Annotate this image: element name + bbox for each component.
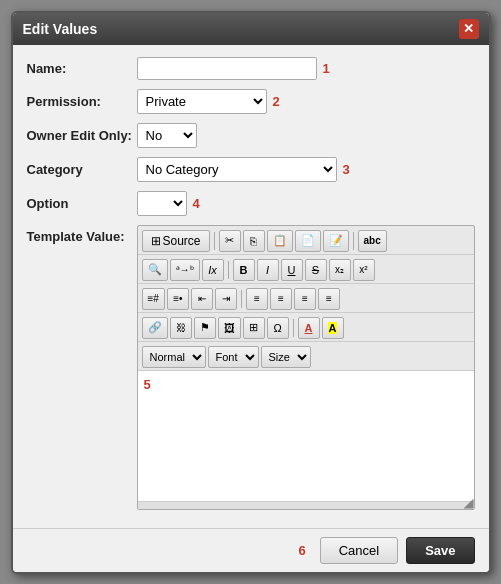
link-icon: 🔗: [148, 321, 162, 334]
option-row: Option 4: [27, 191, 475, 216]
search-button[interactable]: 🔍: [142, 259, 168, 281]
align-center-button[interactable]: ≡: [270, 288, 292, 310]
unlink-button[interactable]: ⛓: [170, 317, 192, 339]
table-icon: ⊞: [249, 321, 258, 334]
dialog-body: Name: 1 Permission: Private Public 2 Own…: [13, 45, 489, 528]
outdent-icon: ⇤: [198, 293, 206, 304]
superscript-icon: x²: [359, 264, 367, 275]
editor-container: ⊞ Source ✂ ⎘ 📋 📄 📝 abc: [137, 225, 475, 510]
spellcheck-icon: abc: [364, 235, 381, 246]
font-bg-button[interactable]: A: [322, 317, 344, 339]
owner-select[interactable]: No Yes: [137, 123, 197, 148]
dialog-title: Edit Values: [23, 21, 98, 37]
anchor-button[interactable]: ⚑: [194, 317, 216, 339]
name-label: Name:: [27, 61, 137, 76]
separator-1: [214, 232, 215, 250]
owner-row: Owner Edit Only: No Yes: [27, 123, 475, 148]
editor-content[interactable]: 5: [138, 371, 474, 501]
align-left-button[interactable]: ≡: [246, 288, 268, 310]
separator-2: [353, 232, 354, 250]
footer-number: 6: [298, 543, 305, 558]
superscript-button[interactable]: x²: [353, 259, 375, 281]
toolbar-section-2: 🔍 ᵃ→ᵇ Ix B I U S x₂ x²: [138, 255, 474, 284]
close-button[interactable]: ✕: [459, 19, 479, 39]
link-button[interactable]: 🔗: [142, 317, 168, 339]
separator-3: [228, 261, 229, 279]
editor-scrollbar[interactable]: [138, 501, 474, 509]
paste-button[interactable]: 📋: [267, 230, 293, 252]
cut-icon: ✂: [225, 234, 234, 247]
italic-button[interactable]: I: [257, 259, 279, 281]
search-icon: 🔍: [148, 263, 162, 276]
clear-format-button[interactable]: Ix: [202, 259, 224, 281]
category-number: 3: [343, 162, 350, 177]
source-icon: ⊞: [151, 234, 161, 248]
cut-button[interactable]: ✂: [219, 230, 241, 252]
option-number: 4: [193, 196, 200, 211]
paste-special-button[interactable]: 📄: [295, 230, 321, 252]
toolbar-row-3: ≡# ≡• ⇤ ⇥ ≡ ≡ ≡ ≡: [142, 288, 470, 310]
toolbar-row-1: ⊞ Source ✂ ⎘ 📋 📄 📝 abc: [142, 230, 470, 252]
toolbar-section-3: ≡# ≡• ⇤ ⇥ ≡ ≡ ≡ ≡: [138, 284, 474, 313]
table-button[interactable]: ⊞: [243, 317, 265, 339]
cancel-button[interactable]: Cancel: [320, 537, 398, 564]
ul-button[interactable]: ≡•: [167, 288, 189, 310]
align-justify-icon: ≡: [326, 293, 332, 304]
toolbar-row-5: Normal Font Size: [142, 346, 470, 368]
anchor-icon: ⚑: [200, 321, 210, 334]
copy-button[interactable]: ⎘: [243, 230, 265, 252]
category-control-area: No Category 3: [137, 157, 475, 182]
font-format-select[interactable]: Normal: [142, 346, 206, 368]
owner-label: Owner Edit Only:: [27, 128, 137, 143]
align-justify-button[interactable]: ≡: [318, 288, 340, 310]
option-select[interactable]: [137, 191, 187, 216]
align-right-button[interactable]: ≡: [294, 288, 316, 310]
paste-word-button[interactable]: 📝: [323, 230, 349, 252]
indent-button[interactable]: ⇥: [215, 288, 237, 310]
permission-control-area: Private Public 2: [137, 89, 475, 114]
toolbar-section-1: ⊞ Source ✂ ⎘ 📋 📄 📝 abc: [138, 226, 474, 255]
strike-icon: S: [312, 264, 319, 276]
unlink-icon: ⛓: [176, 322, 186, 333]
name-number: 1: [323, 61, 330, 76]
name-control-area: 1: [137, 57, 475, 80]
separator-4: [241, 290, 242, 308]
italic-icon: I: [266, 264, 269, 276]
underline-button[interactable]: U: [281, 259, 303, 281]
name-input[interactable]: [137, 57, 317, 80]
underline-icon: U: [288, 264, 296, 276]
replace-icon: ᵃ→ᵇ: [176, 264, 194, 275]
ol-button[interactable]: ≡#: [142, 288, 165, 310]
outdent-button[interactable]: ⇤: [191, 288, 213, 310]
editor-number: 5: [144, 377, 151, 392]
edit-values-dialog: Edit Values ✕ Name: 1 Permission: Privat…: [11, 11, 491, 574]
permission-select[interactable]: Private Public: [137, 89, 267, 114]
category-select[interactable]: No Category: [137, 157, 337, 182]
strike-button[interactable]: S: [305, 259, 327, 281]
special-char-button[interactable]: Ω: [267, 317, 289, 339]
replace-button[interactable]: ᵃ→ᵇ: [170, 259, 200, 281]
ul-icon: ≡•: [173, 293, 182, 304]
align-right-icon: ≡: [302, 293, 308, 304]
font-size-select[interactable]: Size: [261, 346, 311, 368]
category-label: Category: [27, 162, 137, 177]
template-row: Template Value: ⊞ Source ✂ ⎘ 📋 📄 📝: [27, 225, 475, 510]
clear-format-icon: Ix: [208, 264, 217, 276]
subscript-button[interactable]: x₂: [329, 259, 351, 281]
bold-icon: B: [240, 264, 248, 276]
font-family-select[interactable]: Font: [208, 346, 259, 368]
font-bg-icon: A: [328, 322, 338, 334]
image-button[interactable]: 🖼: [218, 317, 241, 339]
save-button[interactable]: Save: [406, 537, 474, 564]
ol-icon: ≡#: [148, 293, 159, 304]
permission-number: 2: [273, 94, 280, 109]
align-left-icon: ≡: [254, 293, 260, 304]
paste-special-icon: 📄: [301, 234, 315, 247]
toolbar-section-5: Normal Font Size: [138, 342, 474, 371]
spellcheck-button[interactable]: abc: [358, 230, 387, 252]
category-row: Category No Category 3: [27, 157, 475, 182]
dialog-header: Edit Values ✕: [13, 13, 489, 45]
source-button[interactable]: ⊞ Source: [142, 230, 210, 252]
bold-button[interactable]: B: [233, 259, 255, 281]
font-color-button[interactable]: A: [298, 317, 320, 339]
